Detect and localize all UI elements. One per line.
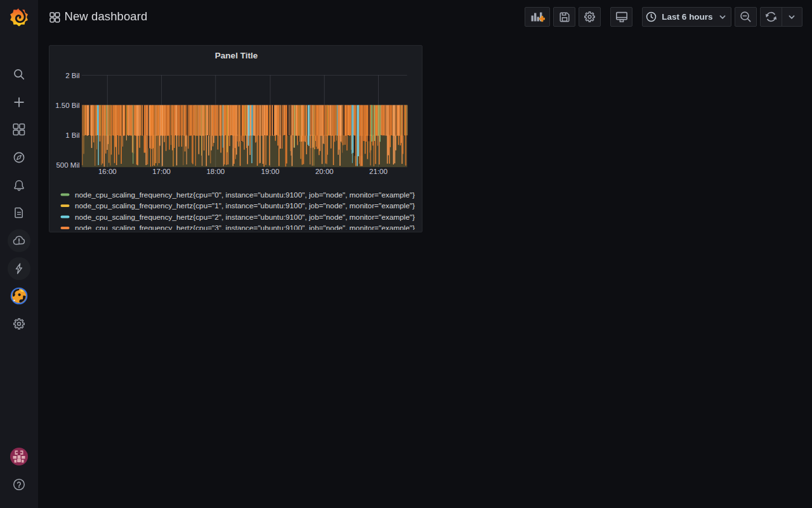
svg-text:2 Bil: 2 Bil <box>65 71 79 79</box>
svg-text:18:00: 18:00 <box>206 168 225 175</box>
svg-text:21:00: 21:00 <box>369 168 388 175</box>
svg-text:node_cpu_scaling_frequency_her: node_cpu_scaling_frequency_hertz{cpu="1"… <box>75 201 415 210</box>
svg-text:16:00: 16:00 <box>98 168 117 175</box>
svg-text:1 Bil: 1 Bil <box>65 131 79 138</box>
svg-text:node_cpu_scaling_frequency_her: node_cpu_scaling_frequency_hertz{cpu="2"… <box>75 212 415 221</box>
svg-text:20:00: 20:00 <box>315 168 334 175</box>
svg-text:node_cpu_scaling_frequency_her: node_cpu_scaling_frequency_hertz{cpu="3"… <box>75 224 415 231</box>
svg-text:Panel Title: Panel Title <box>215 51 258 60</box>
svg-text:17:00: 17:00 <box>152 168 171 175</box>
svg-text:1.50 Bil: 1.50 Bil <box>55 101 79 109</box>
svg-text:500 Mil: 500 Mil <box>56 161 79 168</box>
svg-text:19:00: 19:00 <box>261 168 280 175</box>
svg-text:node_cpu_scaling_frequency_her: node_cpu_scaling_frequency_hertz{cpu="0"… <box>75 190 415 199</box>
